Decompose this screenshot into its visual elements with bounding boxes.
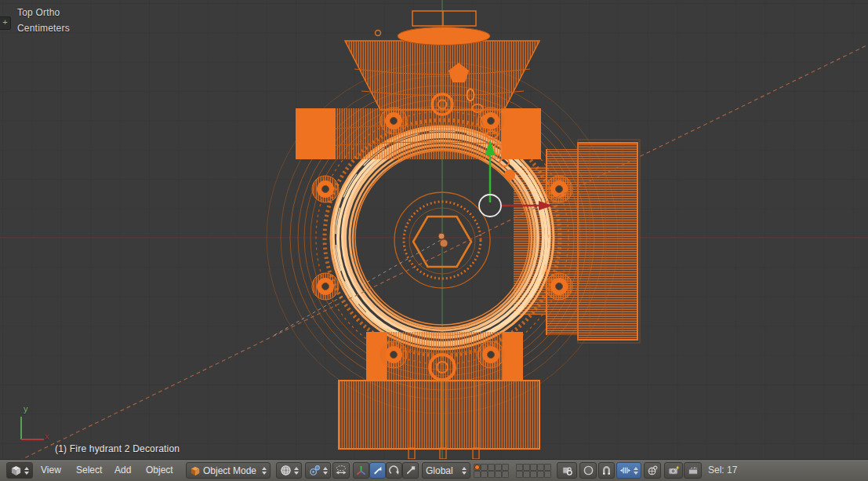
active-object-status: (1) Fire hydrant 2 Decoration (55, 443, 180, 454)
selection-count: Sel: 17 (708, 465, 737, 476)
manipulator-scale-button[interactable] (402, 462, 419, 479)
manipulator-toggle-button[interactable] (353, 462, 369, 479)
proportional-edit-circle-icon (583, 465, 594, 476)
spinner-arrows (462, 467, 467, 475)
manipulate-center-points-toggle[interactable] (332, 462, 350, 479)
spinner-arrows (24, 467, 29, 475)
magnet-icon (601, 465, 612, 476)
spinner-arrows (323, 467, 328, 475)
snap-target-icon (647, 465, 659, 476)
menu-add[interactable]: Add (114, 465, 131, 476)
layer-cell-active[interactable] (474, 464, 481, 471)
manipulate-center-points-icon (335, 465, 347, 476)
blender-window: Top Ortho Centimeters (1) Fire hydrant 2… (0, 0, 868, 481)
layer-cell[interactable] (516, 464, 523, 471)
proportional-edit-dropdown[interactable] (579, 462, 597, 479)
clapperboard-icon (687, 465, 699, 476)
layer-cell[interactable] (481, 471, 488, 478)
orientation-label: Global (426, 465, 459, 476)
layer-cell[interactable] (488, 464, 495, 471)
layer-cell[interactable] (481, 464, 488, 471)
gizmo-x-label: x (45, 432, 49, 441)
menu-object[interactable]: Object (146, 465, 173, 476)
layer-cell[interactable] (544, 464, 551, 471)
layer-cell[interactable] (537, 471, 544, 478)
layers-group-2 (516, 464, 551, 478)
translate-arrow-icon (372, 465, 383, 476)
editor-type-dropdown[interactable] (6, 462, 33, 479)
gizmo-y-label: y (24, 404, 28, 414)
layer-cell[interactable] (523, 471, 530, 478)
snap-element-dropdown[interactable] (616, 462, 641, 479)
lock-to-scene-button[interactable] (557, 462, 577, 479)
spinner-arrows (262, 467, 267, 475)
layer-cell[interactable] (537, 464, 544, 471)
mode-dropdown[interactable]: Object Mode (186, 462, 271, 479)
snap-toggle-button[interactable] (598, 462, 615, 479)
layers-group-1 (474, 464, 509, 478)
spinner-arrows (294, 467, 299, 475)
layer-object-dot (474, 465, 480, 470)
layer-cell[interactable] (516, 471, 523, 478)
layer-cell[interactable] (530, 471, 537, 478)
units-label: Centimeters (17, 23, 70, 34)
3d-viewport-editor-icon (10, 465, 22, 476)
layer-cell[interactable] (474, 471, 481, 478)
opengl-render-animation-button[interactable] (684, 462, 702, 479)
snap-increment-icon (619, 465, 631, 476)
layer-cell[interactable] (495, 471, 502, 478)
transform-orientation-dropdown[interactable]: Global (422, 462, 470, 479)
layer-cell[interactable] (523, 464, 530, 471)
region-expand-tab[interactable]: + (0, 16, 11, 30)
manipulator-translate-button[interactable] (369, 462, 386, 479)
menu-select[interactable]: Select (76, 465, 102, 476)
layer-cell[interactable] (502, 464, 509, 471)
layer-cell[interactable] (488, 471, 495, 478)
rotate-arc-icon (388, 465, 400, 476)
scale-arrow-icon (405, 465, 416, 476)
layer-cell[interactable] (502, 471, 509, 478)
bottom-outlet-assembly (339, 332, 539, 459)
viewport-header: View Select Add Object Object Mode (0, 459, 868, 481)
viewport-shading-dropdown[interactable] (276, 462, 302, 479)
mode-dropdown-label: Object Mode (203, 465, 260, 476)
3d-viewport[interactable]: Top Ortho Centimeters (1) Fire hydrant 2… (0, 0, 868, 459)
axis-tripod-icon (355, 465, 367, 476)
opengl-render-image-button[interactable] (664, 462, 683, 479)
pivot-point-dropdown[interactable] (305, 462, 331, 479)
object-mode-cube-icon (190, 465, 201, 476)
menu-view[interactable]: View (41, 465, 61, 476)
layer-cell[interactable] (544, 471, 551, 478)
camera-render-icon (667, 465, 680, 476)
snap-target-dropdown[interactable] (644, 462, 661, 479)
manipulator-rotate-button[interactable] (386, 462, 402, 479)
viewport-canvas[interactable] (0, 0, 868, 459)
viewport-shading-sphere-icon (280, 465, 292, 476)
layer-cell[interactable] (495, 464, 502, 471)
spinner-arrows (634, 467, 638, 475)
pivot-point-icon (309, 465, 321, 476)
lock-camera-to-view-icon (561, 465, 573, 476)
view-name-label: Top Ortho (17, 7, 60, 18)
layer-cell[interactable] (530, 464, 537, 471)
